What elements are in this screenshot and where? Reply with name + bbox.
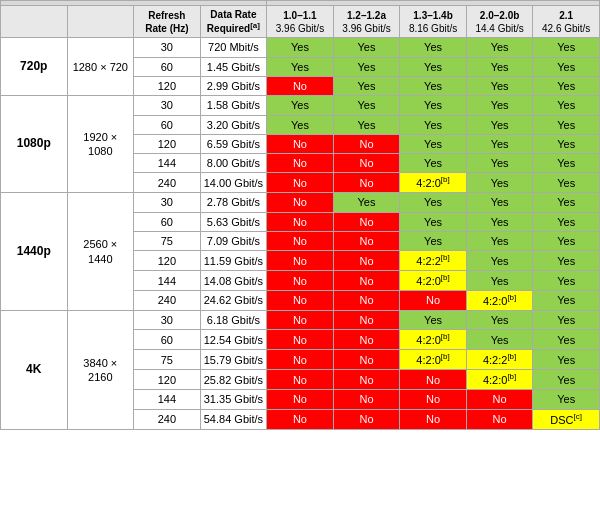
hdmi-cell-h12: No <box>333 330 400 350</box>
hdmi-cell-h20: Yes <box>466 271 533 291</box>
hdmi-cell-h21: Yes <box>533 330 600 350</box>
refresh-value: 144 <box>134 271 201 291</box>
hdmi-cell-h13: Yes <box>400 154 467 173</box>
hdmi-cell-h10: No <box>267 76 334 95</box>
datarate-value: 5.63 Gbit/s <box>200 212 267 231</box>
hdmi-cell-h21: Yes <box>533 154 600 173</box>
hdmi-cell-h12: No <box>333 134 400 153</box>
refresh-value: 30 <box>134 38 201 57</box>
refresh-value: 240 <box>134 173 201 193</box>
hdmi12-col-header: 1.2–1.2a3.96 Gbit/s <box>333 6 400 38</box>
hdmi-cell-h13: No <box>400 370 467 390</box>
hdmi-cell-h13: 4:2:0[b] <box>400 350 467 370</box>
hdmi-cell-h21: Yes <box>533 251 600 271</box>
group-label: 4K <box>1 311 68 429</box>
datarate-value: 15.79 Gbit/s <box>200 350 267 370</box>
hdmi-cell-h21: Yes <box>533 193 600 212</box>
hdmi-cell-h13: Yes <box>400 115 467 134</box>
refresh-value: 240 <box>134 291 201 311</box>
hdmi-cell-h13: No <box>400 390 467 409</box>
hdmi-cell-h20: No <box>466 390 533 409</box>
hdmi-cell-h21: Yes <box>533 390 600 409</box>
datarate-value: 12.54 Gbit/s <box>200 330 267 350</box>
hdmi-cell-h10: No <box>267 231 334 250</box>
resolution-label: 1280 × 720 <box>67 38 134 96</box>
hdmi-cell-h10: No <box>267 291 334 311</box>
hdmi-cell-h10: No <box>267 212 334 231</box>
hdmi-cell-h20: Yes <box>466 57 533 76</box>
note-a: [a] <box>250 21 260 30</box>
datarate-value: 54.84 Gbit/s <box>200 409 267 429</box>
hdmi13-col-header: 1.3–1.4b8.16 Gbit/s <box>400 6 467 38</box>
hdmi-cell-h20: Yes <box>466 330 533 350</box>
hdmi-cell-h21: Yes <box>533 291 600 311</box>
group-label: 1080p <box>1 96 68 193</box>
hdmi20-col-header: 2.0–2.0b14.4 Gbit/s <box>466 6 533 38</box>
group-label: 1440p <box>1 193 68 311</box>
hdmi-cell-h21: Yes <box>533 370 600 390</box>
hdmi-cell-h20: Yes <box>466 173 533 193</box>
group-label: 720p <box>1 38 68 96</box>
hdmi-cell-h21: Yes <box>533 173 600 193</box>
hdmi-cell-h12: No <box>333 173 400 193</box>
hdmi-cell-h20: 4:2:2[b] <box>466 350 533 370</box>
refresh-value: 75 <box>134 350 201 370</box>
datarate-value: 1.45 Gbit/s <box>200 57 267 76</box>
resolution-label: 3840 × 2160 <box>67 311 134 429</box>
hdmi-cell-h20: Yes <box>466 311 533 330</box>
hdmi-cell-h10: No <box>267 173 334 193</box>
hdmi-cell-h20: Yes <box>466 96 533 115</box>
hdmi-cell-h12: No <box>333 350 400 370</box>
resolution-label: 1920 × 1080 <box>67 96 134 193</box>
hdmi-cell-h12: Yes <box>333 115 400 134</box>
datarate-col-header: Data RateRequired[a] <box>200 6 267 38</box>
hdmi-cell-h12: No <box>333 390 400 409</box>
datarate-value: 25.82 Gbit/s <box>200 370 267 390</box>
hdmi-cell-h20: 4:2:0[b] <box>466 370 533 390</box>
hdmi-cell-h13: Yes <box>400 38 467 57</box>
refresh-value: 60 <box>134 330 201 350</box>
hdmi-cell-h13: Yes <box>400 134 467 153</box>
hdmi-cell-h13: 4:2:0[b] <box>400 271 467 291</box>
hdmi-cell-h21: Yes <box>533 115 600 134</box>
hdmi-cell-h10: No <box>267 134 334 153</box>
hdmi-cell-h10: No <box>267 330 334 350</box>
refresh-value: 120 <box>134 251 201 271</box>
hdmi-compatibility-table: RefreshRate (Hz) Data RateRequired[a] 1.… <box>0 0 600 430</box>
datarate-value: 7.09 Gbit/s <box>200 231 267 250</box>
hdmi-cell-h13: Yes <box>400 193 467 212</box>
hdmi-cell-h10: No <box>267 251 334 271</box>
datarate-value: 11.59 Gbit/s <box>200 251 267 271</box>
hdmi-cell-h20: Yes <box>466 38 533 57</box>
hdmi-cell-h12: No <box>333 409 400 429</box>
hdmi-cell-h21: Yes <box>533 96 600 115</box>
refresh-value: 120 <box>134 370 201 390</box>
hdmi-cell-h10: No <box>267 154 334 173</box>
hdmi-cell-h13: No <box>400 291 467 311</box>
hdmi-cell-h13: Yes <box>400 96 467 115</box>
refresh-col-header: RefreshRate (Hz) <box>134 6 201 38</box>
hdmi-cell-h10: No <box>267 370 334 390</box>
refresh-value: 30 <box>134 96 201 115</box>
hdmi-cell-h20: Yes <box>466 76 533 95</box>
hdmi-cell-h12: No <box>333 291 400 311</box>
hdmi-cell-h12: No <box>333 370 400 390</box>
hdmi-cell-h10: Yes <box>267 96 334 115</box>
hdmi-cell-h21: Yes <box>533 134 600 153</box>
datarate-value: 1.58 Gbit/s <box>200 96 267 115</box>
hdmi-cell-h10: No <box>267 271 334 291</box>
hdmi-cell-h13: 4:2:2[b] <box>400 251 467 271</box>
refresh-value: 60 <box>134 57 201 76</box>
hdmi-cell-h21: Yes <box>533 57 600 76</box>
hdmi-cell-h10: Yes <box>267 38 334 57</box>
hdmi-cell-h21: Yes <box>533 311 600 330</box>
hdmi-cell-h20: Yes <box>466 212 533 231</box>
datarate-value: 14.00 Gbit/s <box>200 173 267 193</box>
hdmi-cell-h20: Yes <box>466 231 533 250</box>
hdmi21-col-header: 2.142.6 Gbit/s <box>533 6 600 38</box>
hdmi-cell-h20: Yes <box>466 134 533 153</box>
hdmi-cell-h12: Yes <box>333 76 400 95</box>
hdmi-cell-h10: No <box>267 193 334 212</box>
hdmi-cell-h21: Yes <box>533 76 600 95</box>
hdmi-cell-h12: Yes <box>333 193 400 212</box>
